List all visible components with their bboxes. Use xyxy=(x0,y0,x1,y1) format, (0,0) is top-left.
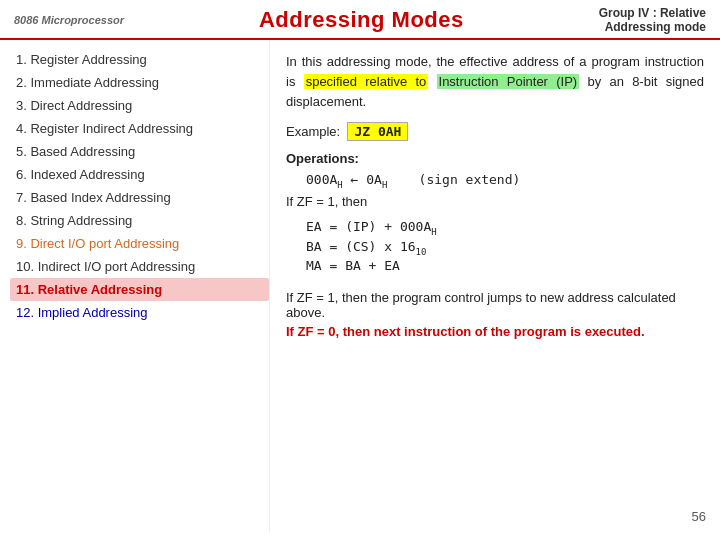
subtitle-line1: Group IV : Relative xyxy=(599,6,706,20)
if3-text: If ZF = 0, then next instruction of the … xyxy=(286,324,704,339)
if2-text: If ZF = 1, then the program control jump… xyxy=(286,290,704,320)
operations-title: Operations: xyxy=(286,151,704,166)
ea3-text: MA = BA + EA xyxy=(286,258,704,273)
ea1-text: EA = (IP) + 000AH xyxy=(286,219,704,237)
header: 8086 Microprocessor Addressing Modes Gro… xyxy=(0,0,720,40)
sidebar-item-item-5[interactable]: 5. Based Addressing xyxy=(10,140,269,163)
sidebar-item-item-3[interactable]: 3. Direct Addressing xyxy=(10,94,269,117)
example-code: JZ 0AH xyxy=(347,122,408,141)
page-number: 56 xyxy=(692,509,706,524)
sidebar: 1. Register Addressing2. Immediate Addre… xyxy=(0,40,270,532)
sidebar-item-item-12[interactable]: 12. Implied Addressing xyxy=(10,301,269,324)
main-layout: 1. Register Addressing2. Immediate Addre… xyxy=(0,40,720,532)
example-label: Example: xyxy=(286,124,340,139)
sidebar-item-item-2[interactable]: 2. Immediate Addressing xyxy=(10,71,269,94)
header-subtitle: Group IV : Relative Addressing mode xyxy=(599,6,706,34)
if1-text: If ZF = 1, then xyxy=(286,194,704,209)
sidebar-item-item-9[interactable]: 9. Direct I/O port Addressing xyxy=(10,232,269,255)
highlight-specified: specified relative to xyxy=(304,74,429,89)
sidebar-item-item-10[interactable]: 10. Indirect I/O port Addressing xyxy=(10,255,269,278)
sidebar-item-item-6[interactable]: 6. Indexed Addressing xyxy=(10,163,269,186)
ea2-text: BA = (CS) x 1610 xyxy=(286,239,704,257)
highlight-ip: Instruction Pointer (IP) xyxy=(437,74,580,89)
page-title: Addressing Modes xyxy=(259,7,464,33)
sidebar-item-item-1[interactable]: 1. Register Addressing xyxy=(10,48,269,71)
description-text: In this addressing mode, the effective a… xyxy=(286,52,704,112)
sidebar-item-item-11[interactable]: 11. Relative Addressing xyxy=(10,278,269,301)
sidebar-item-item-4[interactable]: 4. Register Indirect Addressing xyxy=(10,117,269,140)
content-area: In this addressing mode, the effective a… xyxy=(270,40,720,532)
op1-text: 000AH ← 0AH (sign extend) xyxy=(286,172,704,190)
logo: 8086 Microprocessor xyxy=(14,14,124,26)
example-line: Example: JZ 0AH xyxy=(286,122,704,141)
subtitle-line2: Addressing mode xyxy=(599,20,706,34)
sidebar-item-item-8[interactable]: 8. String Addressing xyxy=(10,209,269,232)
sidebar-item-item-7[interactable]: 7. Based Index Addressing xyxy=(10,186,269,209)
